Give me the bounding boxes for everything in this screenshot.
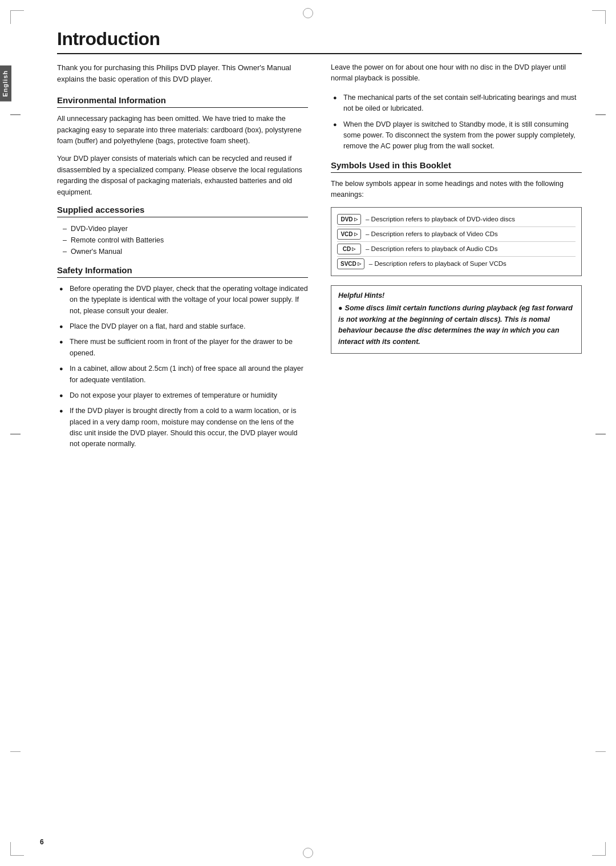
environmental-heading: Environmental Information [57, 95, 308, 105]
side-mark-right-mid [595, 434, 606, 435]
hints-text: ●Some discs limit certain functions duri… [338, 303, 574, 347]
corner-mark-top-left [10, 10, 24, 24]
standby-mode-bullet: When the DVD player is switched to Stand… [333, 119, 582, 152]
side-mark-left-bot [10, 751, 21, 752]
side-mark-left-mid [10, 434, 21, 435]
page-number: 6 [40, 838, 44, 846]
side-mark-right-top [595, 114, 606, 115]
side-mark-right-bot [595, 751, 606, 752]
symbol-row-dvd: DVD – Description refers to playback of … [337, 212, 576, 227]
symbol-row-cd: CD – Description refers to playback of A… [337, 242, 576, 257]
corner-mark-bottom-left [10, 842, 24, 856]
right-bullet-list: The mechanical parts of the set contain … [331, 92, 582, 152]
page-container: English Introduction Thank you for purch… [0, 0, 616, 866]
environmental-para2: Your DVD player consists of materials wh… [57, 153, 308, 198]
english-tab: English [0, 66, 11, 102]
environmental-rule [57, 107, 308, 108]
symbols-intro: The below symbols appear in some heading… [331, 179, 582, 201]
svcd-desc: – Description refers to playback of Supe… [369, 259, 506, 269]
svcd-tag: SVCD [337, 258, 364, 269]
accessories-rule [57, 217, 308, 217]
hints-body: Some discs limit certain functions durin… [338, 304, 573, 345]
symbol-row-vcd: VCD – Description refers to playback of … [337, 227, 576, 242]
right-column: Leave the power on for about one hour wi… [331, 62, 582, 458]
symbols-heading: Symbols Used in this Booklet [331, 160, 582, 170]
accessory-item-3: Owner's Manual [63, 246, 308, 257]
symbol-row-svcd: SVCD – Description refers to playback of… [337, 257, 576, 271]
environmental-para1: All unnecessary packaging has been omitt… [57, 114, 308, 147]
accessory-item-2: Remote control with Batteries [63, 234, 308, 246]
mechanical-bullet: The mechanical parts of the set contain … [333, 92, 582, 115]
vcd-tag: VCD [337, 229, 361, 240]
vcd-desc: – Description refers to playback of Vide… [366, 229, 498, 239]
side-mark-left-top [10, 114, 21, 115]
safety-item-1: Before operating the DVD player, check t… [59, 284, 308, 317]
standby-power-text: Leave the power on for about one hour wi… [331, 62, 582, 84]
hints-box: Helpful Hints! ●Some discs limit certain… [331, 285, 582, 354]
safety-item-5: Do not expose your player to extremes of… [59, 390, 308, 401]
safety-item-2: Place the DVD player on a flat, hard and… [59, 321, 308, 332]
circle-mark-bottom [303, 848, 313, 858]
safety-list: Before operating the DVD player, check t… [57, 284, 308, 450]
dvd-desc: – Description refers to playback of DVD-… [366, 215, 515, 224]
safety-item-4: In a cabinet, allow about 2.5cm (1 inch)… [59, 363, 308, 386]
page-title: Introduction [57, 29, 582, 50]
safety-rule [57, 277, 308, 278]
two-column-layout: Thank you for purchasing this Philips DV… [57, 62, 582, 458]
safety-item-6: If the DVD player is brought directly fr… [59, 406, 308, 450]
symbols-rule [331, 172, 582, 173]
safety-heading: Safety Information [57, 265, 308, 275]
dvd-tag: DVD [337, 214, 361, 225]
left-column: Thank you for purchasing this Philips DV… [57, 62, 308, 458]
corner-mark-top-right [592, 10, 606, 24]
hints-bullet-icon: ● [338, 304, 343, 312]
accessories-list: DVD-Video player Remote control with Bat… [57, 223, 308, 257]
content-wrapper: Introduction Thank you for purchasing th… [34, 23, 582, 458]
accessories-heading: Supplied accessories [57, 205, 308, 215]
hints-title: Helpful Hints! [338, 292, 574, 300]
safety-item-3: There must be sufficient room in front o… [59, 337, 308, 359]
cd-desc: – Description refers to playback of Audi… [366, 244, 497, 254]
intro-paragraph: Thank you for purchasing this Philips DV… [57, 62, 308, 85]
corner-mark-bottom-right [592, 842, 606, 856]
symbols-box: DVD – Description refers to playback of … [331, 207, 582, 276]
title-rule [57, 53, 582, 54]
cd-tag: CD [337, 244, 361, 254]
circle-mark-top [303, 8, 313, 18]
accessory-item-1: DVD-Video player [63, 223, 308, 234]
